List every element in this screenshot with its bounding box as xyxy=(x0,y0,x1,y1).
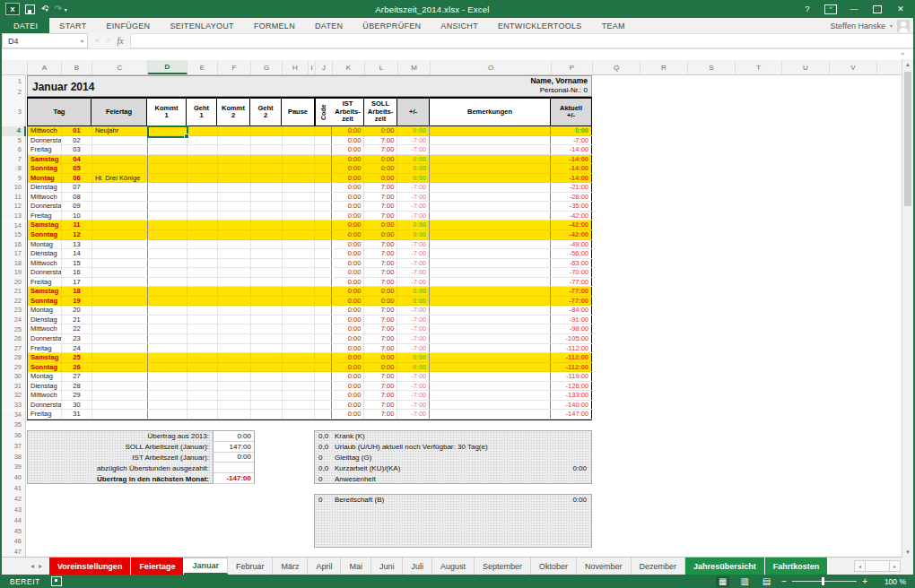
cell-feiertag[interactable] xyxy=(92,344,148,353)
ribbon-tab-datei[interactable]: DATEI xyxy=(2,18,49,33)
table-row[interactable]: Dienstag070:007:00-7:00-21:00 xyxy=(28,183,592,193)
cell-ist[interactable]: 0:00 xyxy=(332,268,364,277)
cell-tag[interactable]: Donnerstag xyxy=(28,401,62,410)
summary-count[interactable]: 0 xyxy=(315,454,335,462)
cell-geht2[interactable] xyxy=(251,297,283,306)
cell-kommt2[interactable] xyxy=(218,287,251,296)
help-button[interactable]: ? xyxy=(797,2,818,16)
cell-ist[interactable]: 0:00 xyxy=(332,193,364,202)
sheet-tab-august[interactable]: August xyxy=(432,558,475,575)
cell-datum[interactable]: 12 xyxy=(62,230,92,239)
cell-pause[interactable] xyxy=(283,164,316,173)
cell-bemerkungen[interactable] xyxy=(430,126,551,135)
cell-feiertag[interactable] xyxy=(92,183,148,192)
cell-plusminus[interactable]: -7:00 xyxy=(397,202,430,211)
cell-geht1[interactable] xyxy=(187,212,218,220)
cell-kommt2[interactable] xyxy=(218,220,251,229)
row-header-8[interactable]: 8 xyxy=(2,164,26,174)
ribbon-tab-team[interactable]: TEAM xyxy=(592,18,635,33)
sheet-tab-dezember[interactable]: Dezember xyxy=(632,558,686,575)
cell-soll[interactable]: 0:00 xyxy=(364,164,397,173)
cell-geht2[interactable] xyxy=(251,183,283,192)
cell-pause[interactable] xyxy=(283,126,316,135)
cell-kommt1[interactable] xyxy=(148,382,187,391)
sheet-tab-april[interactable]: April xyxy=(308,558,341,575)
cell-geht1[interactable] xyxy=(187,220,218,229)
cell-tag[interactable]: Donnerstag xyxy=(28,334,62,343)
cell-plusminus[interactable]: -7:00 xyxy=(397,278,430,287)
summary-label[interactable]: Krank (K) xyxy=(335,432,549,440)
cell-plusminus[interactable]: -7:00 xyxy=(397,410,430,419)
cell-bemerkungen[interactable] xyxy=(430,344,551,353)
cell-pause[interactable] xyxy=(283,287,316,296)
cell-kommt2[interactable] xyxy=(218,297,251,306)
cell-code[interactable] xyxy=(315,316,332,324)
cell-plusminus[interactable]: -7:00 xyxy=(397,145,430,154)
hscroll-right-icon[interactable]: ▸ xyxy=(889,560,901,572)
cell-geht2[interactable] xyxy=(251,212,283,220)
table-row[interactable]: Dienstag140:007:00-7:00-56:00 xyxy=(28,249,592,259)
cell-soll[interactable]: 0:00 xyxy=(364,363,397,372)
cell-plusminus[interactable]: -7:00 xyxy=(397,249,430,258)
save-icon[interactable] xyxy=(25,4,35,14)
cell-soll[interactable]: 0:00 xyxy=(364,174,397,183)
table-row[interactable]: Donnerstag300:007:00-7:00-140:00 xyxy=(28,401,592,411)
sheet-tab-juni[interactable]: Juni xyxy=(371,558,404,575)
sheet-tab-jahresübersicht[interactable]: Jahresübersicht xyxy=(685,558,765,575)
header-cell-8[interactable]: IST Arbeits- zeit xyxy=(332,98,364,126)
vertical-scrollbar[interactable]: ▲ ▼ xyxy=(902,59,913,558)
cell-kommt2[interactable] xyxy=(218,155,251,164)
cell-pause[interactable] xyxy=(283,155,316,164)
table-row[interactable]: Mittwoch220:007:00-7:00-98:00 xyxy=(28,324,592,334)
row-header-13[interactable]: 13 xyxy=(2,212,26,221)
cell-geht2[interactable] xyxy=(251,353,283,362)
row-header-47[interactable]: 47 xyxy=(2,547,26,557)
cell-geht1[interactable] xyxy=(187,249,218,258)
cell-geht2[interactable] xyxy=(251,164,283,173)
cell-code[interactable] xyxy=(315,268,332,277)
cell-code[interactable] xyxy=(315,259,332,268)
cell-kommt2[interactable] xyxy=(218,212,251,220)
cell-code[interactable] xyxy=(315,372,332,381)
cell-plusminus[interactable]: -7:00 xyxy=(397,240,430,249)
cell-kommt2[interactable] xyxy=(218,268,251,277)
cell-plusminus[interactable]: 0:00 xyxy=(397,174,430,183)
cell-tag[interactable]: Dienstag xyxy=(28,183,62,192)
cell-bemerkungen[interactable] xyxy=(430,401,551,410)
row-header-44[interactable]: 44 xyxy=(2,515,26,526)
cell-geht1[interactable] xyxy=(187,287,218,296)
cell-geht2[interactable] xyxy=(251,126,283,135)
cell-feiertag[interactable] xyxy=(92,230,148,239)
cell-code[interactable] xyxy=(315,212,332,220)
zoom-out-icon[interactable]: − xyxy=(781,576,787,586)
row-header-7[interactable]: 7 xyxy=(2,155,26,165)
table-row[interactable]: Sonntag260:000:000:00-112:00 xyxy=(28,363,592,373)
table-row[interactable]: Donnerstag020:007:00-7:00-7:00 xyxy=(28,136,592,146)
cell-kommt1[interactable] xyxy=(148,391,187,400)
cell-aktuell[interactable]: -14:00 xyxy=(551,155,592,164)
row-header-18[interactable]: 18 xyxy=(2,259,26,269)
column-header-U[interactable]: U xyxy=(782,60,830,74)
summary-value[interactable]: 0:00 xyxy=(549,496,591,504)
row-header-22[interactable]: 22 xyxy=(2,297,26,307)
cell-datum[interactable]: 18 xyxy=(62,287,92,296)
cell-datum[interactable]: 07 xyxy=(62,183,92,192)
cell-code[interactable] xyxy=(315,174,332,183)
row-header-24[interactable]: 24 xyxy=(2,316,26,325)
column-header-I[interactable]: I xyxy=(309,60,316,74)
summary-label[interactable]: Übertrag in den nächsten Monat: xyxy=(28,475,213,483)
cell-datum[interactable]: 10 xyxy=(62,212,92,220)
row-header-19[interactable]: 19 xyxy=(2,268,26,278)
cell-geht1[interactable] xyxy=(187,145,218,154)
cell-datum[interactable]: 27 xyxy=(62,372,92,381)
cell-geht2[interactable] xyxy=(251,249,283,258)
row-header-26[interactable]: 26 xyxy=(2,334,26,344)
cell-kommt1[interactable] xyxy=(148,278,187,287)
summary-label[interactable]: Bereitschaft (B) xyxy=(335,496,549,504)
employee-name-label[interactable]: Name, Vorname xyxy=(530,77,588,86)
cell-feiertag[interactable] xyxy=(92,316,148,324)
sheet-tab-mai[interactable]: Mai xyxy=(341,558,371,575)
undo-button[interactable]: ↶▾ xyxy=(41,4,48,14)
minimize-button[interactable]: — xyxy=(843,2,865,16)
sheet-tab-voreinstellungen[interactable]: Voreinstellungen xyxy=(49,558,131,575)
